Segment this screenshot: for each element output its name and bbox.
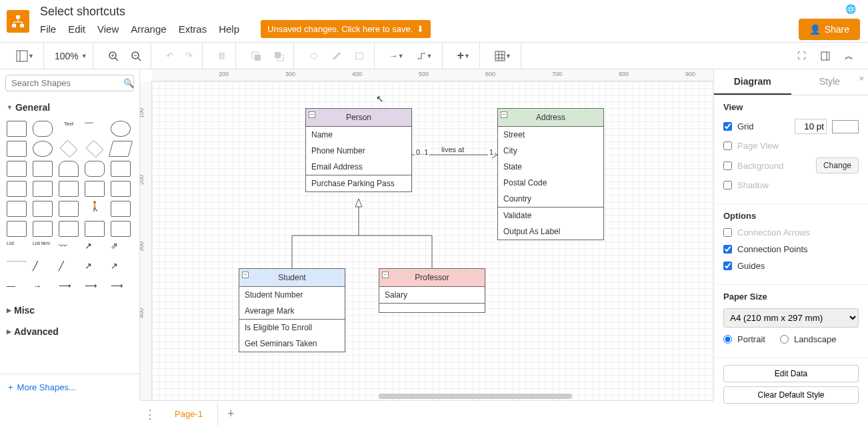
shape-item[interactable]: ⟶ <box>59 281 79 297</box>
menu-edit[interactable]: Edit <box>68 23 85 35</box>
to-front-button[interactable] <box>247 48 265 64</box>
shape-item[interactable] <box>33 201 53 217</box>
grid-checkbox[interactable] <box>723 122 732 131</box>
section-general[interactable]: ▼General <box>0 97 139 118</box>
close-icon[interactable]: × <box>859 73 864 83</box>
shape-item[interactable] <box>33 141 53 157</box>
change-background-button[interactable]: Change <box>816 157 859 173</box>
shape-item[interactable]: ╱ <box>33 261 53 277</box>
shape-item[interactable]: ↗ <box>85 261 105 277</box>
shape-item[interactable] <box>111 161 131 177</box>
tab-diagram[interactable]: Diagram <box>714 69 791 95</box>
language-icon[interactable]: 🌐 <box>845 4 856 14</box>
collapse-icon[interactable]: − <box>501 111 507 118</box>
class-address[interactable]: −Address Street City State Postal Code C… <box>497 108 604 240</box>
background-checkbox[interactable] <box>723 161 732 170</box>
grid-color-swatch[interactable] <box>832 120 859 133</box>
shape-item[interactable] <box>60 140 78 158</box>
shape-item[interactable] <box>33 161 53 177</box>
shape-item[interactable] <box>111 201 131 217</box>
shape-item[interactable] <box>111 181 131 197</box>
tab-style[interactable]: Style <box>791 69 869 95</box>
page-menu-button[interactable]: ⋮ <box>140 407 160 422</box>
shape-item[interactable]: 〰 <box>59 241 79 257</box>
shape-item[interactable]: ⇗ <box>111 241 131 257</box>
class-student[interactable]: −Student Student Number Average Mark Is … <box>239 268 345 352</box>
shape-item[interactable] <box>111 121 131 137</box>
class-professor[interactable]: −Professor Salary <box>379 268 485 313</box>
unsaved-changes-button[interactable]: Unsaved changes. Click here to save. ⬇ <box>261 20 431 38</box>
shape-item[interactable] <box>59 181 79 197</box>
shape-item[interactable] <box>7 181 27 197</box>
shape-item[interactable]: Text <box>59 121 79 137</box>
undo-button[interactable]: ↶ <box>162 48 177 63</box>
zoom-in-button[interactable] <box>104 48 123 64</box>
shape-item[interactable] <box>7 161 27 177</box>
paper-size-select[interactable]: A4 (210 mm x 297 mm) <box>723 308 859 328</box>
conn-points-checkbox[interactable] <box>723 245 732 254</box>
shape-item[interactable] <box>7 201 27 217</box>
zoom-out-button[interactable] <box>127 48 145 64</box>
shape-item[interactable] <box>33 221 53 237</box>
collapse-icon[interactable]: − <box>382 272 389 278</box>
shape-item[interactable]: — <box>7 281 27 297</box>
shape-item[interactable] <box>7 221 27 237</box>
shadow-checkbox[interactable] <box>723 181 732 189</box>
clear-style-button[interactable]: Clear Default Style <box>723 386 859 404</box>
shape-item[interactable]: → <box>33 281 53 297</box>
menu-view[interactable]: View <box>97 23 119 35</box>
section-misc[interactable]: ▶Misc <box>0 300 139 321</box>
shape-item[interactable]: ╱ <box>59 261 79 277</box>
zoom-level[interactable]: 100% ▼ <box>55 51 87 61</box>
grid-size-input[interactable] <box>795 119 827 134</box>
shape-item[interactable] <box>111 221 131 237</box>
collapse-icon[interactable]: − <box>242 272 249 278</box>
guides-checkbox[interactable] <box>723 262 732 270</box>
shape-item[interactable] <box>59 161 79 177</box>
shadow-button[interactable] <box>350 48 369 64</box>
add-button[interactable]: + ▼ <box>453 46 474 65</box>
connector-inheritance[interactable] <box>289 199 435 272</box>
shape-item[interactable] <box>33 121 53 137</box>
shape-item[interactable] <box>109 141 133 157</box>
shape-item[interactable] <box>33 181 53 197</box>
shape-item[interactable]: ↗ <box>85 241 105 257</box>
shape-item[interactable] <box>7 121 27 137</box>
shape-item[interactable]: 🚶 <box>85 201 105 217</box>
redo-button[interactable]: ↷ <box>181 48 197 63</box>
edit-data-button[interactable]: Edit Data <box>723 365 859 382</box>
shape-item[interactable]: ═══ <box>85 121 105 137</box>
shape-item[interactable] <box>85 181 105 197</box>
delete-button[interactable]: 🗑 <box>213 48 230 63</box>
shape-item[interactable] <box>7 261 27 277</box>
portrait-radio[interactable] <box>723 335 732 344</box>
class-person[interactable]: −Person Name Phone Number Email Address … <box>305 108 412 192</box>
pageview-checkbox[interactable] <box>723 141 732 150</box>
canvas-area[interactable]: 200300400500600700800900 100200300400 ↖ … <box>140 69 713 400</box>
shape-item[interactable] <box>86 140 104 158</box>
menu-extras[interactable]: Extras <box>179 23 207 35</box>
document-title[interactable]: Select shortcuts <box>40 5 431 19</box>
more-shapes-button[interactable]: +More Shapes... <box>0 374 139 400</box>
table-button[interactable]: ▼ <box>491 48 515 64</box>
shape-item[interactable]: ⟶ <box>111 281 131 297</box>
page-tab[interactable]: Page-1 <box>160 402 218 426</box>
shape-item[interactable] <box>59 201 79 217</box>
menu-help[interactable]: Help <box>219 23 239 35</box>
shape-item[interactable]: ⟶ <box>85 281 105 297</box>
shape-item[interactable]: List <box>7 241 27 257</box>
menu-arrange[interactable]: Arrange <box>131 23 166 35</box>
shape-item[interactable] <box>59 221 79 237</box>
shape-item[interactable]: List item <box>33 241 53 257</box>
landscape-radio[interactable] <box>780 335 789 344</box>
shape-item[interactable] <box>85 161 105 177</box>
shape-item[interactable] <box>85 221 105 237</box>
section-advanced[interactable]: ▶Advanced <box>0 321 139 342</box>
shape-item[interactable]: ↗ <box>111 261 131 277</box>
menu-file[interactable]: File <box>40 23 56 35</box>
line-color-button[interactable] <box>327 48 346 64</box>
add-page-button[interactable]: + <box>218 400 244 427</box>
horizontal-scrollbar[interactable] <box>379 394 572 399</box>
search-shapes-input[interactable]: 🔍 <box>5 75 134 91</box>
fill-color-button[interactable] <box>305 48 323 64</box>
